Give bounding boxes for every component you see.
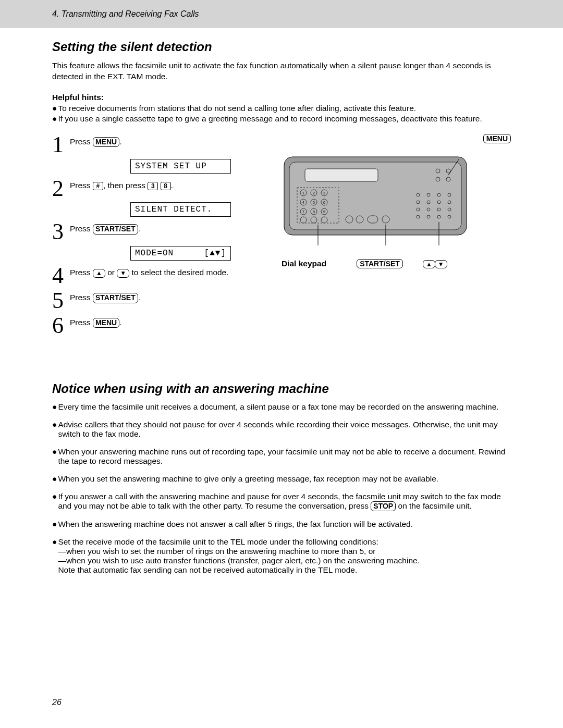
bullet-icon: ● <box>52 104 57 113</box>
bullet-icon: ● <box>52 114 57 124</box>
step3-period: . <box>138 224 140 233</box>
section1-intro: This feature allows the facsimile unit t… <box>52 60 511 82</box>
lcd-text: SYSTEM SET UP <box>135 162 207 171</box>
bullet-icon: ● <box>52 420 57 429</box>
step-1: 1 Press MENU. <box>52 134 266 156</box>
device-illustration: MENU <box>282 134 511 340</box>
step-number: 4 <box>52 265 70 287</box>
step-4: 4 Press ▲ or ▼ to select the desired mod… <box>52 265 266 287</box>
step1-period: . <box>119 137 121 146</box>
step1-text: Press <box>70 137 93 146</box>
step-3: 3 Press START/SET. <box>52 221 266 243</box>
svg-text:2: 2 <box>313 191 315 195</box>
notice3: When your answering machine runs out of … <box>58 447 511 466</box>
lcd-display: SYSTEM SET UP <box>130 159 231 174</box>
svg-text:8: 8 <box>313 210 315 214</box>
down-arrow-key: ▼ <box>117 269 129 277</box>
lcd-text: SILENT DETECT. <box>135 205 212 214</box>
menu-key: MENU <box>93 137 119 147</box>
digit-3-key: 3 <box>148 182 158 190</box>
notice6: When the answering machine does not answ… <box>58 520 413 529</box>
page-number: 26 <box>52 698 62 707</box>
svg-text:1: 1 <box>302 191 304 195</box>
step2-text2: , then press <box>103 181 148 190</box>
digit-8-key: 8 <box>161 182 171 190</box>
step3-text: Press <box>70 224 93 233</box>
notice7: Set the receive mode of the facsimile un… <box>58 537 420 575</box>
notice1: Every time the facsimile unit receives a… <box>58 402 498 412</box>
step5-period: . <box>138 293 140 302</box>
hint-row: ● If you use a single cassette tape to g… <box>52 114 511 124</box>
chapter-header: 4. Transmitting and Receiving Fax Calls <box>0 0 563 28</box>
step2-text1: Press <box>70 181 93 190</box>
svg-text:9: 9 <box>323 210 325 214</box>
section1-title: Setting the silent detection <box>52 40 511 54</box>
svg-rect-2 <box>305 169 378 181</box>
step-5: 5 Press START/SET. <box>52 290 266 312</box>
svg-text:5: 5 <box>313 201 315 204</box>
startset-key: START/SET <box>93 224 138 235</box>
notice-row: ● When the answering machine does not an… <box>52 520 511 529</box>
hint-row: ● To receive documents from stations tha… <box>52 104 511 113</box>
step-number: 2 <box>52 178 70 200</box>
bullet-icon: ● <box>52 520 57 529</box>
notice2: Advise callers that they should not paus… <box>58 420 511 439</box>
lcd-display: SILENT DETECT. <box>130 202 231 217</box>
notice7a: Set the receive mode of the facsimile un… <box>58 537 378 546</box>
bullet-icon: ● <box>52 537 57 547</box>
notice-row: ● Advise callers that they should not pa… <box>52 420 511 439</box>
hint1-text: To receive documents from stations that … <box>58 104 416 113</box>
notice-row: ● If you answer a call with the answerin… <box>52 492 511 512</box>
step6-text: Press <box>70 318 93 327</box>
step-6: 6 Press MENU. <box>52 315 266 337</box>
stop-key: STOP <box>371 501 396 512</box>
step-number: 1 <box>52 134 70 156</box>
bullet-icon: ● <box>52 474 57 484</box>
notice7b: —when you wish to set the number of ring… <box>58 547 375 556</box>
lcd-text-right: [▲▼] <box>204 249 226 258</box>
notice-row: ● Set the receive mode of the facsimile … <box>52 537 511 575</box>
notice5b: on the facsimile unit. <box>398 501 472 510</box>
notice7d: Note that automatic fax sending can not … <box>58 565 357 574</box>
section2-title: Notice when using with an answering mach… <box>52 381 511 396</box>
bullet-icon: ● <box>52 492 57 501</box>
bullet-icon: ● <box>52 447 57 456</box>
lcd-display: MODE=ON [▲▼] <box>130 246 231 261</box>
svg-text:3: 3 <box>323 191 325 195</box>
step6-period: . <box>119 318 121 327</box>
down-arrow-label: ▼ <box>435 260 447 268</box>
notice-row: ● When you set the answering machine to … <box>52 474 511 484</box>
notice5: If you answer a call with the answering … <box>58 492 511 512</box>
step-number: 3 <box>52 221 70 243</box>
up-arrow-key: ▲ <box>93 269 105 277</box>
hint2-text: If you use a single cassette tape to giv… <box>58 114 482 124</box>
notice-row: ● When your answering machine runs out o… <box>52 447 511 466</box>
step2-period: . <box>171 181 173 190</box>
menu-label: MENU <box>483 134 511 143</box>
step-number: 5 <box>52 290 70 312</box>
startset-label: START/SET <box>357 259 403 268</box>
step4-text1: Press <box>70 268 93 277</box>
step4-text2: to select the desired mode. <box>131 268 228 277</box>
lcd-text-left: MODE=ON <box>135 249 174 258</box>
notice4: When you set the answering machine to gi… <box>58 474 438 484</box>
fax-device-icon: 1 2 3 4 5 6 7 8 9 <box>282 146 469 256</box>
step-number: 6 <box>52 315 70 337</box>
up-arrow-label: ▲ <box>423 260 435 268</box>
dialkeypad-label: Dial keypad <box>282 259 326 268</box>
step5-text: Press <box>70 293 93 302</box>
startset-key: START/SET <box>93 293 138 303</box>
notice-row: ● Every time the facsimile unit receives… <box>52 402 511 412</box>
step-2: 2 Press #, then press 3 8. <box>52 178 266 200</box>
svg-text:7: 7 <box>302 210 304 214</box>
menu-key: MENU <box>93 318 119 328</box>
svg-text:4: 4 <box>302 201 304 204</box>
bullet-icon: ● <box>52 402 57 412</box>
step4-or: or <box>107 268 117 277</box>
notice7c: —when you wish to use auto transfer func… <box>58 556 420 565</box>
hints-label: Helpful hints: <box>52 93 511 102</box>
hash-key: # <box>93 182 103 190</box>
svg-text:6: 6 <box>323 201 325 204</box>
